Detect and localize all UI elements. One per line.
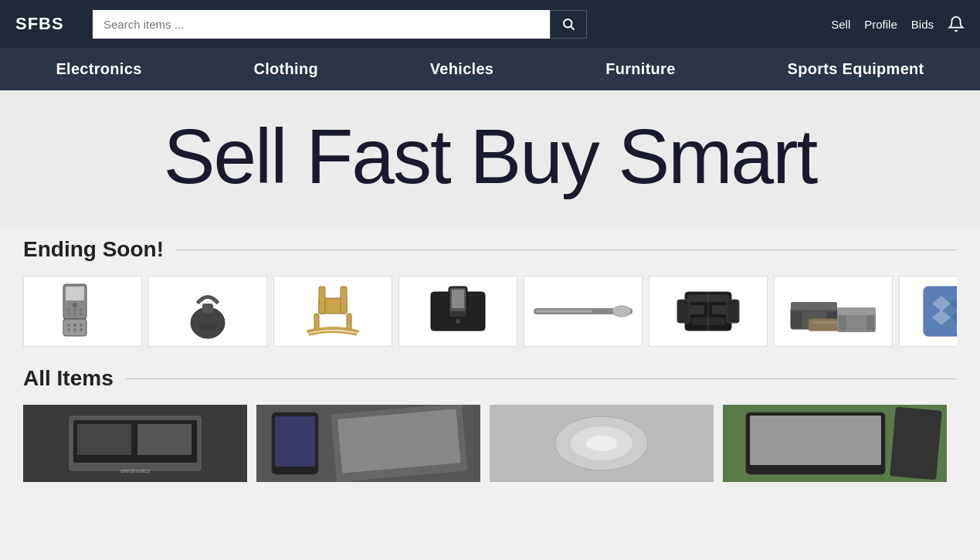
svg-point-17 xyxy=(80,328,83,331)
svg-point-7 xyxy=(73,308,76,311)
svg-point-14 xyxy=(80,324,83,327)
flip-phone-img xyxy=(36,280,129,342)
hero-title: Sell Fast Buy Smart xyxy=(15,114,965,199)
list-item[interactable] xyxy=(23,276,142,347)
list-item[interactable] xyxy=(774,276,893,347)
svg-rect-29 xyxy=(452,290,464,308)
list-item[interactable] xyxy=(148,276,267,347)
nav-sports[interactable]: Sports Equipment xyxy=(780,60,932,78)
all-items-title: All Items xyxy=(23,366,114,391)
ending-soon-title: Ending Soon! xyxy=(23,237,164,262)
furniture-set-img xyxy=(787,280,880,342)
svg-point-6 xyxy=(67,308,70,311)
bids-link[interactable]: Bids xyxy=(911,18,934,31)
header: SFBS Sell Profile Bids xyxy=(0,0,980,48)
nav-clothing[interactable]: Clothing xyxy=(246,60,325,78)
svg-rect-78 xyxy=(750,416,881,465)
svg-point-20 xyxy=(198,323,217,331)
svg-point-30 xyxy=(456,319,460,324)
ending-soon-grid xyxy=(23,276,957,347)
svg-rect-70 xyxy=(337,409,461,473)
svg-point-12 xyxy=(67,324,70,327)
svg-point-5 xyxy=(73,303,77,307)
nav-electronics[interactable]: Electronics xyxy=(48,60,149,78)
list-item[interactable] xyxy=(490,405,714,482)
svg-rect-38 xyxy=(689,305,704,314)
nav-vehicles[interactable]: Vehicles xyxy=(422,60,501,78)
ending-soon-divider xyxy=(176,249,957,250)
all-items-header: All Items xyxy=(23,366,957,391)
svg-point-9 xyxy=(67,313,70,316)
search-container xyxy=(93,10,587,39)
list-item[interactable] xyxy=(723,405,947,482)
svg-point-33 xyxy=(612,306,631,317)
svg-line-1 xyxy=(571,26,574,29)
profile-link[interactable]: Profile xyxy=(864,18,897,31)
svg-rect-63 xyxy=(77,424,131,455)
svg-rect-4 xyxy=(66,287,84,300)
phone-dock-img xyxy=(412,280,504,342)
list-item[interactable] xyxy=(273,276,392,347)
notifications-icon[interactable] xyxy=(948,15,965,32)
svg-rect-50 xyxy=(839,315,846,331)
all-items-divider xyxy=(126,378,957,379)
search-icon xyxy=(561,17,575,31)
hockey-protector-img xyxy=(662,280,754,342)
svg-text:electronics: electronics xyxy=(120,467,150,474)
header-nav: Sell Profile Bids xyxy=(831,15,965,32)
svg-rect-64 xyxy=(137,424,192,455)
svg-rect-19 xyxy=(202,304,213,313)
svg-rect-23 xyxy=(341,287,347,314)
svg-rect-22 xyxy=(319,287,325,314)
svg-point-8 xyxy=(80,308,83,311)
svg-point-15 xyxy=(67,328,70,331)
item-card-1-img: electronics xyxy=(23,405,247,482)
svg-point-11 xyxy=(80,313,83,316)
list-item[interactable] xyxy=(524,276,643,347)
site-logo[interactable]: SFBS xyxy=(15,14,77,34)
nav-furniture[interactable]: Furniture xyxy=(598,60,683,78)
svg-point-10 xyxy=(73,313,76,316)
list-item[interactable] xyxy=(256,405,480,482)
baseball-bat-img xyxy=(529,280,637,342)
list-item[interactable] xyxy=(899,276,957,347)
item-card-2-img xyxy=(256,405,480,482)
item-card-4-img xyxy=(723,405,947,482)
all-items-grid: electronics xyxy=(23,405,957,482)
sell-link[interactable]: Sell xyxy=(831,18,850,31)
list-item[interactable] xyxy=(649,276,768,347)
svg-rect-3 xyxy=(63,319,86,336)
svg-point-74 xyxy=(586,436,617,451)
svg-rect-68 xyxy=(275,416,315,467)
kettlebell-img xyxy=(161,280,254,342)
svg-rect-36 xyxy=(727,300,739,323)
svg-point-13 xyxy=(73,324,76,327)
list-item[interactable] xyxy=(398,276,517,347)
svg-rect-79 xyxy=(890,407,942,480)
svg-rect-35 xyxy=(677,300,690,323)
hero-section: Sell Fast Buy Smart xyxy=(0,90,980,229)
search-button[interactable] xyxy=(550,10,587,39)
svg-rect-51 xyxy=(866,315,874,331)
pillow-img xyxy=(912,280,957,342)
svg-rect-47 xyxy=(813,321,838,324)
search-input[interactable] xyxy=(93,10,550,39)
rocking-chair-img xyxy=(287,279,379,344)
item-card-3-img xyxy=(490,405,714,482)
svg-point-16 xyxy=(73,328,76,331)
category-nav: Electronics Clothing Vehicles Furniture … xyxy=(0,48,980,90)
ending-soon-section: Ending Soon! xyxy=(0,229,980,362)
list-item[interactable]: electronics xyxy=(23,405,247,482)
svg-rect-43 xyxy=(791,302,837,310)
svg-rect-39 xyxy=(712,305,727,314)
svg-rect-49 xyxy=(837,307,876,315)
svg-rect-44 xyxy=(791,311,802,328)
all-items-section: All Items electronics xyxy=(0,362,980,497)
svg-point-0 xyxy=(564,19,572,28)
ending-soon-header: Ending Soon! xyxy=(23,237,957,262)
